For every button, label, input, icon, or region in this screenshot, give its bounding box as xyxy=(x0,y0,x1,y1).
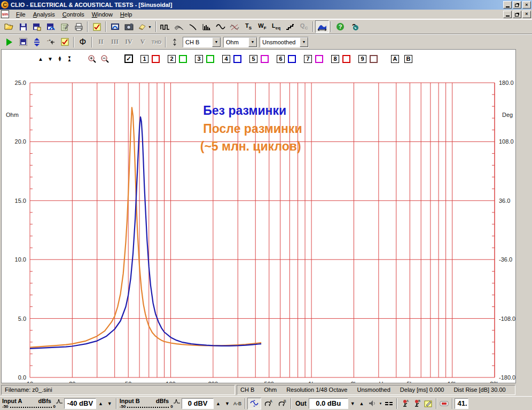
loop-a-button[interactable]: A xyxy=(261,397,275,410)
save-button[interactable] xyxy=(16,20,30,33)
input-a-sensitivity[interactable]: -40 dBV xyxy=(64,398,96,409)
mic-b-button[interactable]: B xyxy=(411,398,423,409)
link-ab-label[interactable]: A-B xyxy=(232,401,243,406)
phase-button[interactable]: Φ xyxy=(76,36,90,49)
overlay-2-checkbox[interactable] xyxy=(179,55,187,63)
input-b-down-button[interactable]: ▼ xyxy=(223,401,232,406)
overlay-8-checkbox[interactable] xyxy=(342,55,350,63)
speaker-dropdown-icon[interactable]: ▼ xyxy=(378,402,383,405)
loop-b-button[interactable]: B xyxy=(275,397,289,410)
overlay-5-checkbox[interactable] xyxy=(261,55,269,63)
go-button[interactable] xyxy=(2,36,16,49)
overlay-4-button[interactable]: 4 xyxy=(222,55,230,63)
close-icon[interactable]: × xyxy=(522,1,531,9)
status-bar: Filename: z0_.sini CH B Ohm Resolution 1… xyxy=(0,383,532,396)
zoom-in-button[interactable] xyxy=(87,54,97,64)
save-curve-button[interactable] xyxy=(44,20,58,33)
x-tick-label: 10 xyxy=(27,381,33,383)
notes-button[interactable] xyxy=(58,20,72,33)
scale-up-button[interactable]: ▲ xyxy=(36,54,45,64)
wavefile-button[interactable]: WF xyxy=(255,20,269,33)
input-a-up-button[interactable]: ▲ xyxy=(96,401,105,406)
options-checkbox-button[interactable] xyxy=(90,20,104,33)
child-minimize-icon[interactable] xyxy=(503,11,512,18)
overlay-3-button[interactable]: 3 xyxy=(195,55,203,63)
menu-window[interactable]: Window xyxy=(88,10,116,19)
overlay-7-button[interactable]: 7 xyxy=(304,55,312,63)
svg-text:B: B xyxy=(418,399,420,403)
overlay-1-checkbox[interactable] xyxy=(152,55,160,63)
mic-a-button[interactable]: A xyxy=(399,398,411,409)
output-level[interactable]: 0.0 dBu xyxy=(309,398,348,409)
main-curve-checkbox[interactable]: ✓ xyxy=(124,54,133,63)
minimize-icon[interactable] xyxy=(503,1,512,9)
help-button[interactable]: ? xyxy=(333,20,347,33)
calibration-button[interactable]: -+ xyxy=(44,36,58,49)
overlay-1-button[interactable]: 1 xyxy=(140,55,148,63)
menu-help[interactable]: Help xyxy=(116,10,136,19)
child-close-icon[interactable]: × xyxy=(522,11,531,18)
overlay-6-checkbox[interactable] xyxy=(288,55,296,63)
speaker-icon xyxy=(369,400,375,407)
out-down-button[interactable]: ▼ xyxy=(348,401,357,406)
out-up-button[interactable]: ▲ xyxy=(357,401,366,406)
overlay-2-button[interactable]: 2 xyxy=(168,55,176,63)
divider-button[interactable] xyxy=(168,36,182,49)
menu-analysis[interactable]: Analysis xyxy=(29,10,59,19)
channel-select[interactable]: CH B ▼ xyxy=(183,37,221,48)
chevron-down-icon: ▼ xyxy=(300,37,308,47)
eraser-dropdown-icon[interactable]: ▼ xyxy=(148,25,152,29)
zoom-out-button[interactable] xyxy=(100,54,109,64)
sine-off-button[interactable] xyxy=(228,20,241,33)
context-help-button[interactable]: ? xyxy=(347,20,361,33)
monitor-speaker-button[interactable] xyxy=(366,398,378,409)
erase-button[interactable]: ▼ xyxy=(136,20,154,33)
steps-button[interactable] xyxy=(283,20,297,33)
compress-scale-button[interactable]: ▼▲ xyxy=(65,54,74,64)
ts-params-button[interactable]: TS xyxy=(241,20,255,33)
input-b-unit: dBfs xyxy=(156,398,169,404)
print-button[interactable] xyxy=(72,20,85,33)
unit-select[interactable]: Ohm ▼ xyxy=(223,37,257,48)
overlay-b-button[interactable]: B xyxy=(404,55,412,63)
camera-button[interactable] xyxy=(122,20,136,33)
menu-controls[interactable]: Controls xyxy=(59,10,88,19)
overlay-9-checkbox[interactable] xyxy=(370,55,378,63)
overlay-6-button[interactable]: 6 xyxy=(277,55,285,63)
sinusoidal-active-button[interactable] xyxy=(315,20,329,33)
store-button[interactable] xyxy=(16,36,30,49)
settings-checkbox-button[interactable] xyxy=(58,36,72,49)
mls-button[interactable] xyxy=(158,20,172,33)
expand-scale-button[interactable]: ▲▼ xyxy=(55,54,65,64)
decay-button[interactable] xyxy=(186,20,200,33)
divide-icon xyxy=(171,38,178,46)
input-b-up-button[interactable]: ▲ xyxy=(214,401,223,406)
input-a-down-button[interactable]: ▼ xyxy=(105,401,114,406)
movie-button[interactable] xyxy=(108,20,122,33)
overlay-9-button[interactable]: 9 xyxy=(358,55,366,63)
overlay-7-checkbox[interactable] xyxy=(315,55,323,63)
y-right-tick-label: -180.0 xyxy=(499,374,515,381)
overlay-8-button[interactable]: 8 xyxy=(331,55,339,63)
qc-button[interactable]: QC xyxy=(297,20,311,33)
dc-output-button[interactable] xyxy=(383,398,395,409)
save-data-button[interactable] xyxy=(30,20,44,33)
restore-icon[interactable] xyxy=(513,1,521,9)
menu-file[interactable]: File xyxy=(12,10,29,19)
scale-down-button[interactable]: ▼ xyxy=(45,54,55,64)
generator-loop-button[interactable] xyxy=(247,398,261,409)
sinusoidal-button[interactable] xyxy=(214,20,228,33)
autoscale-button[interactable] xyxy=(30,36,44,49)
overlay-a-button[interactable]: A xyxy=(391,55,399,63)
overlay-4-checkbox[interactable] xyxy=(233,55,241,63)
hardware-settings-button[interactable] xyxy=(423,398,434,409)
open-button[interactable] xyxy=(2,20,16,33)
child-restore-icon[interactable] xyxy=(513,11,521,18)
overlay-5-button[interactable]: 5 xyxy=(249,55,257,63)
waterfall-button[interactable] xyxy=(172,20,186,33)
overlay-3-checkbox[interactable] xyxy=(206,55,214,63)
leq-button[interactable]: Leq xyxy=(269,20,283,33)
rta-button[interactable] xyxy=(200,20,214,33)
smoothing-select[interactable]: Unsmoothed ▼ xyxy=(260,37,309,48)
input-b-sensitivity[interactable]: 0 dBV xyxy=(182,398,214,409)
